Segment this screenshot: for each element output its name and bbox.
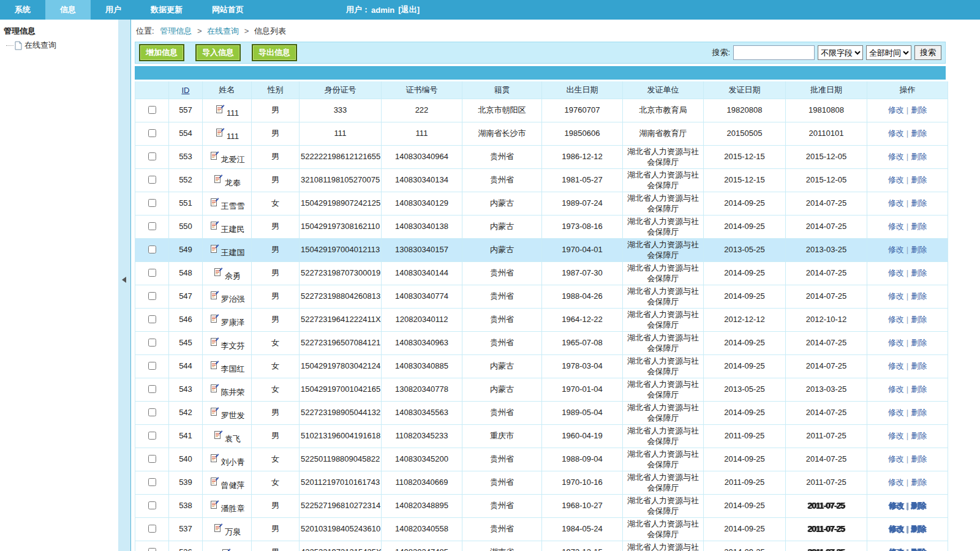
row-checkbox[interactable] (148, 548, 156, 551)
edit-link[interactable]: 修改 (889, 524, 904, 533)
row-issue-date-cell: 2014-09-25 (704, 192, 786, 216)
row-checkbox[interactable] (148, 339, 156, 347)
export-info-button[interactable]: 导出信息 (252, 44, 297, 61)
add-info-button[interactable]: 增加信息 (139, 44, 184, 61)
row-cert-no-cell: 140830345200 (382, 448, 462, 471)
delete-link[interactable]: 删除 (911, 152, 927, 161)
sidebar-item-online-query[interactable]: 在线查询 (0, 38, 118, 51)
row-checkbox[interactable] (148, 246, 156, 253)
delete-link[interactable]: 删除 (911, 198, 927, 208)
delete-link[interactable]: 删除 (911, 129, 927, 138)
edit-link[interactable]: 修改 (888, 245, 904, 254)
edit-link[interactable]: 修改 (889, 501, 904, 510)
edit-link[interactable]: 修改 (889, 547, 904, 551)
edit-link[interactable]: 修改 (888, 431, 904, 440)
row-checkbox-cell (135, 169, 169, 192)
row-birth-cell: 1987-07-30 (542, 262, 623, 285)
row-checkbox[interactable] (148, 432, 156, 440)
row-checkbox[interactable] (148, 455, 156, 463)
delete-link[interactable]: 删除 (911, 478, 927, 487)
search-button[interactable]: 搜索 (914, 45, 941, 60)
row-id-cell: 541 (169, 425, 203, 448)
delete-link[interactable]: 删除 (911, 408, 927, 417)
delete-link[interactable]: 删除 (911, 291, 927, 301)
delete-link[interactable]: 删除 (911, 454, 927, 463)
edit-link[interactable]: 修改 (888, 152, 904, 161)
edit-link[interactable]: 修改 (888, 129, 904, 138)
search-input[interactable] (733, 45, 815, 60)
delete-link[interactable]: 删除 (911, 501, 926, 510)
breadcrumb-link-manage-info[interactable]: 管理信息 (160, 26, 192, 36)
col-header-id: ID (169, 81, 203, 99)
row-id-cell: 540 (169, 448, 203, 471)
edit-link[interactable]: 修改 (888, 198, 904, 208)
edit-link[interactable]: 修改 (888, 222, 904, 231)
nav-tab[interactable]: 数据更新 (136, 0, 197, 20)
import-info-button[interactable]: 导入信息 (195, 44, 241, 61)
edit-link[interactable]: 修改 (888, 454, 904, 463)
nav-tab[interactable]: 用户 (91, 0, 136, 20)
row-checkbox[interactable] (148, 525, 156, 533)
edit-link[interactable]: 修改 (888, 105, 904, 114)
row-birth-cell: 1988-04-26 (542, 285, 623, 309)
row-checkbox[interactable] (148, 129, 156, 137)
row-name-cell (203, 541, 252, 551)
edit-link[interactable]: 修改 (888, 361, 904, 370)
nav-tab[interactable]: 系统 (0, 0, 45, 20)
delete-link[interactable]: 删除 (911, 431, 927, 440)
row-checkbox[interactable] (148, 408, 156, 416)
row-checkbox[interactable] (148, 292, 156, 300)
row-checkbox-cell (135, 378, 169, 402)
time-filter-select[interactable]: 全部时间 (866, 45, 911, 60)
nav-tab[interactable]: 信息 (45, 0, 91, 20)
row-checkbox[interactable] (148, 176, 156, 184)
row-gender-cell: 男 (252, 309, 300, 332)
delete-link[interactable]: 删除 (911, 338, 927, 347)
edit-link[interactable]: 修改 (888, 175, 904, 184)
row-checkbox[interactable] (148, 315, 156, 323)
row-ops-cell: 修改|删除 (867, 355, 948, 378)
collapse-sidebar-icon[interactable] (122, 277, 126, 283)
edit-link[interactable]: 修改 (888, 408, 904, 417)
edit-link[interactable]: 修改 (888, 384, 904, 394)
row-checkbox[interactable] (148, 106, 156, 114)
row-checkbox[interactable] (148, 478, 156, 486)
edit-link[interactable]: 修改 (888, 478, 904, 487)
delete-link[interactable]: 删除 (911, 268, 927, 277)
row-checkbox[interactable] (148, 362, 156, 370)
person-name: 王建国 (221, 248, 245, 258)
delete-link[interactable]: 删除 (911, 384, 927, 394)
edit-link[interactable]: 修改 (888, 291, 904, 301)
nav-tab[interactable]: 网站首页 (197, 0, 258, 20)
row-name-cell: 王雪雪 (203, 192, 252, 216)
row-ops-cell: 修改|删除 (867, 169, 948, 192)
row-checkbox[interactable] (148, 222, 156, 230)
row-id-cell: 537 (169, 518, 203, 541)
row-checkbox-cell (135, 262, 169, 285)
row-issue-date-cell: 2014-09-25 (704, 448, 786, 471)
table-row: 538 潘胜章 (135, 495, 948, 518)
logout-link[interactable]: [退出] (398, 4, 420, 15)
row-birth-cell: 1984-05-24 (542, 518, 623, 541)
sidebar-splitter[interactable] (118, 20, 131, 551)
delete-link[interactable]: 删除 (911, 361, 927, 370)
edit-link[interactable]: 修改 (888, 315, 904, 324)
delete-link[interactable]: 删除 (911, 222, 927, 231)
row-checkbox[interactable] (148, 152, 156, 160)
row-checkbox[interactable] (148, 269, 156, 277)
delete-link[interactable]: 删除 (911, 105, 927, 114)
delete-link[interactable]: 删除 (911, 524, 926, 533)
delete-link[interactable]: 删除 (911, 175, 927, 184)
row-checkbox[interactable] (148, 501, 156, 509)
breadcrumb-link-online-query[interactable]: 在线查询 (207, 26, 239, 36)
delete-link[interactable]: 删除 (911, 547, 926, 551)
row-checkbox[interactable] (148, 385, 156, 393)
delete-link[interactable]: 删除 (911, 315, 927, 324)
row-checkbox[interactable] (148, 199, 156, 207)
sort-by-id-link[interactable]: ID (182, 86, 190, 95)
delete-link[interactable]: 删除 (911, 245, 927, 254)
row-id-cell: 539 (169, 471, 203, 495)
edit-link[interactable]: 修改 (888, 268, 904, 277)
edit-link[interactable]: 修改 (888, 338, 904, 347)
field-filter-select[interactable]: 不限字段 (818, 45, 863, 60)
